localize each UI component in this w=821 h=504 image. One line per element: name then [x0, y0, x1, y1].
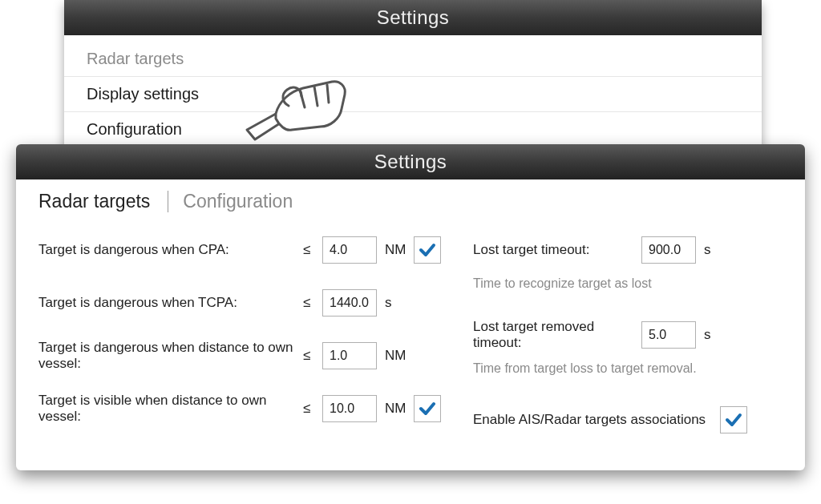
row-distance-dangerous: Target is dangerous when distance to own…: [38, 329, 441, 382]
input-distance-dangerous[interactable]: [322, 342, 377, 369]
check-icon: [724, 410, 743, 429]
unit-lost-timeout: s: [696, 242, 728, 258]
checkbox-cpa[interactable]: [414, 236, 441, 264]
unit-distance-visible: NM: [377, 401, 409, 417]
input-removed-timeout[interactable]: [641, 321, 696, 349]
op-distance-dangerous: ≤: [303, 348, 322, 364]
op-cpa: ≤: [303, 242, 322, 258]
settings-titlebar-top: Settings: [64, 0, 762, 35]
menu-item-display-settings[interactable]: Display settings: [64, 76, 762, 111]
row-distance-visible: Target is visible when distance to own v…: [38, 382, 441, 435]
input-distance-visible[interactable]: [322, 395, 377, 422]
input-lost-timeout[interactable]: [641, 236, 696, 264]
label-distance-visible: Target is visible when distance to own v…: [38, 393, 303, 425]
label-distance-dangerous: Target is dangerous when distance to own…: [38, 340, 303, 372]
settings-titlebar-bottom: Settings: [16, 144, 805, 179]
unit-cpa: NM: [377, 242, 409, 258]
row-removed-timeout-hint: Time from target loss to target removal.: [473, 361, 783, 393]
label-cpa: Target is dangerous when CPA:: [38, 242, 303, 258]
breadcrumb-sub: Configuration: [172, 191, 293, 212]
form-right-column: Lost target timeout: s Time to recognize…: [473, 224, 783, 446]
settings-form-card: Settings Radar targets Configuration Tar…: [16, 144, 805, 470]
unit-distance-dangerous: NM: [377, 348, 409, 364]
menu-item-configuration[interactable]: Configuration: [64, 111, 762, 147]
unit-removed-timeout: s: [696, 327, 728, 343]
form-area: Target is dangerous when CPA: ≤ NM Targe…: [16, 220, 805, 470]
settings-menu-card: Settings Radar targets Display settings …: [64, 0, 762, 159]
label-ais-radar-assoc: Enable AIS/Radar targets associations: [473, 412, 706, 428]
row-tcpa: Target is dangerous when TCPA: ≤ s: [38, 276, 441, 329]
check-icon: [418, 240, 437, 260]
breadcrumb: Radar targets Configuration: [16, 179, 805, 220]
form-left-column: Target is dangerous when CPA: ≤ NM Targe…: [38, 224, 441, 446]
op-distance-visible: ≤: [303, 401, 322, 417]
op-tcpa: ≤: [303, 295, 322, 311]
input-cpa[interactable]: [322, 236, 377, 264]
row-lost-timeout-hint: Time to recognize target as lost: [473, 276, 783, 308]
row-lost-timeout: Lost target timeout: s: [473, 224, 783, 276]
label-lost-timeout: Lost target timeout:: [473, 242, 641, 258]
checkbox-ais-radar-assoc[interactable]: [720, 406, 747, 433]
hint-removed-timeout: Time from target loss to target removal.: [473, 361, 697, 376]
label-removed-timeout: Lost target removed timeout:: [473, 319, 641, 351]
settings-menu-body: Radar targets Display settings Configura…: [64, 35, 762, 159]
unit-tcpa: s: [377, 295, 409, 311]
breadcrumb-main[interactable]: Radar targets: [38, 191, 164, 212]
hint-lost-timeout: Time to recognize target as lost: [473, 276, 652, 291]
breadcrumb-separator: [168, 191, 168, 212]
label-tcpa: Target is dangerous when TCPA:: [38, 295, 303, 311]
checkbox-distance-visible[interactable]: [414, 395, 441, 422]
menu-section-radar-targets: Radar targets: [64, 45, 762, 76]
row-removed-timeout: Lost target removed timeout: s: [473, 308, 783, 361]
row-ais-radar-assoc: Enable AIS/Radar targets associations: [473, 393, 783, 446]
check-icon: [418, 399, 437, 418]
input-tcpa[interactable]: [322, 289, 377, 317]
row-cpa: Target is dangerous when CPA: ≤ NM: [38, 224, 441, 276]
